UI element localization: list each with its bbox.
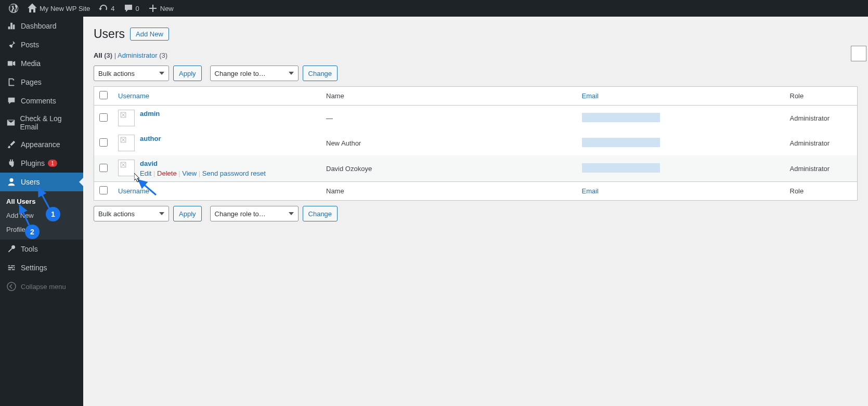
tablenav-top: Bulk actions Apply Change role to… Chang…	[94, 66, 858, 81]
col-head-role: Role	[785, 87, 858, 106]
sidebar-item-label: Appearance	[21, 140, 60, 149]
sidebar-item-tools[interactable]: Tools	[0, 240, 83, 258]
page-title: Users	[94, 27, 125, 41]
screen-options-partial[interactable]	[851, 46, 866, 61]
sidebar-item-label: Posts	[21, 41, 39, 49]
delete-link[interactable]: Delete	[157, 169, 177, 177]
col-head-email[interactable]: Email	[582, 92, 599, 100]
username-link[interactable]: admin	[140, 110, 160, 117]
users-table: Username Name Email Role admin —	[94, 86, 858, 201]
comments-count: 0	[136, 5, 139, 12]
row-checkbox[interactable]	[99, 164, 108, 172]
apply-button-bottom[interactable]: Apply	[173, 206, 202, 221]
role-cell: Administrator	[785, 106, 858, 131]
col-head-username[interactable]: Username	[118, 92, 149, 100]
dashboard-icon	[6, 21, 17, 31]
sidebar-item-check-log-email[interactable]: Check & Log Email	[0, 110, 83, 135]
brush-icon	[6, 139, 17, 150]
apply-button[interactable]: Apply	[173, 66, 202, 81]
users-submenu: All Users Add New Profile	[0, 191, 83, 240]
sidebar-item-label: Media	[21, 59, 41, 68]
col-foot-username[interactable]: Username	[118, 187, 149, 195]
comments-icon	[6, 96, 17, 106]
avatar	[118, 135, 135, 151]
comments-link[interactable]: 0	[119, 0, 144, 17]
sliders-icon	[6, 263, 17, 273]
collapse-icon	[6, 281, 17, 292]
pages-icon	[6, 77, 17, 87]
filter-all[interactable]: All (3)	[94, 51, 112, 59]
submenu-add-new[interactable]: Add New	[0, 208, 83, 222]
col-foot-role: Role	[785, 182, 858, 201]
email-redacted	[582, 113, 660, 122]
email-redacted	[582, 163, 660, 173]
view-link[interactable]: View	[182, 169, 197, 177]
plug-icon	[6, 158, 17, 168]
updates-count: 4	[111, 5, 114, 12]
site-name: My New WP Site	[40, 5, 90, 12]
sidebar-item-label: Comments	[21, 97, 56, 105]
svg-point-0	[7, 282, 16, 291]
sidebar-item-media[interactable]: Media	[0, 54, 83, 73]
collapse-label: Collapse menu	[21, 283, 66, 291]
table-row: author New Author Administrator	[94, 130, 858, 155]
filter-links: All (3) | Administrator (3)	[94, 51, 858, 59]
pin-icon	[6, 40, 17, 50]
new-label: New	[160, 5, 174, 12]
bulk-actions-select[interactable]: Bulk actions	[94, 66, 169, 81]
username-link[interactable]: david	[140, 160, 158, 167]
user-icon	[6, 177, 17, 187]
select-all-checkbox[interactable]	[99, 91, 108, 99]
name-cell: New Author	[321, 130, 577, 155]
select-all-checkbox-footer[interactable]	[99, 186, 108, 194]
submenu-profile[interactable]: Profile	[0, 222, 83, 237]
filter-administrator[interactable]: Administrator (3)	[118, 51, 167, 59]
avatar	[118, 110, 135, 126]
sidebar-item-plugins[interactable]: Plugins 1	[0, 154, 83, 173]
sidebar-item-pages[interactable]: Pages	[0, 73, 83, 91]
sidebar-item-appearance[interactable]: Appearance	[0, 135, 83, 154]
sidebar-item-settings[interactable]: Settings	[0, 258, 83, 277]
add-new-button[interactable]: Add New	[130, 28, 169, 41]
sidebar-item-label: Plugins	[21, 159, 45, 167]
col-foot-email[interactable]: Email	[582, 187, 599, 195]
reset-password-link[interactable]: Send password reset	[202, 169, 266, 177]
sidebar-item-users[interactable]: Users	[0, 173, 83, 191]
col-foot-name: Name	[321, 182, 577, 201]
sidebar-item-label: Settings	[21, 264, 47, 272]
sidebar-item-comments[interactable]: Comments	[0, 91, 83, 110]
updates-link[interactable]: 4	[94, 0, 119, 17]
row-actions: Edit | Delete | View | Send password res…	[140, 169, 266, 177]
col-head-name: Name	[321, 87, 577, 106]
submenu-all-users[interactable]: All Users	[0, 194, 83, 208]
row-checkbox[interactable]	[99, 138, 108, 147]
role-cell: Administrator	[785, 130, 858, 155]
media-icon	[6, 58, 17, 69]
table-row: david Edit | Delete | View | Send passwo…	[94, 155, 858, 182]
change-button[interactable]: Change	[303, 66, 338, 81]
wrench-icon	[6, 244, 17, 254]
username-link[interactable]: author	[140, 135, 161, 142]
name-cell: David Ozokoye	[321, 155, 577, 182]
change-role-select-bottom[interactable]: Change role to…	[210, 206, 299, 221]
sidebar-item-dashboard[interactable]: Dashboard	[0, 17, 83, 35]
sidebar-item-label: Check & Log Email	[20, 114, 77, 131]
wp-logo[interactable]	[4, 0, 23, 17]
change-button-bottom[interactable]: Change	[303, 206, 338, 221]
admin-topbar: My New WP Site 4 0 New	[0, 0, 868, 17]
role-cell: Administrator	[785, 155, 858, 182]
table-row: admin — Administrator	[94, 106, 858, 131]
sidebar-item-label: Pages	[21, 78, 42, 86]
collapse-menu[interactable]: Collapse menu	[0, 277, 83, 296]
email-redacted	[582, 138, 660, 147]
change-role-select[interactable]: Change role to…	[210, 66, 299, 81]
mail-icon	[6, 117, 16, 128]
site-home-link[interactable]: My New WP Site	[23, 0, 94, 17]
bulk-actions-select-bottom[interactable]: Bulk actions	[94, 206, 169, 221]
sidebar-item-label: Tools	[21, 245, 38, 253]
sidebar-item-posts[interactable]: Posts	[0, 35, 83, 54]
new-content-link[interactable]: New	[144, 0, 178, 17]
main-content: Users Add New All (3) | Administrator (3…	[83, 17, 868, 406]
admin-sidebar: Dashboard Posts Media Pages Comments Che…	[0, 17, 83, 406]
row-checkbox[interactable]	[99, 113, 108, 122]
